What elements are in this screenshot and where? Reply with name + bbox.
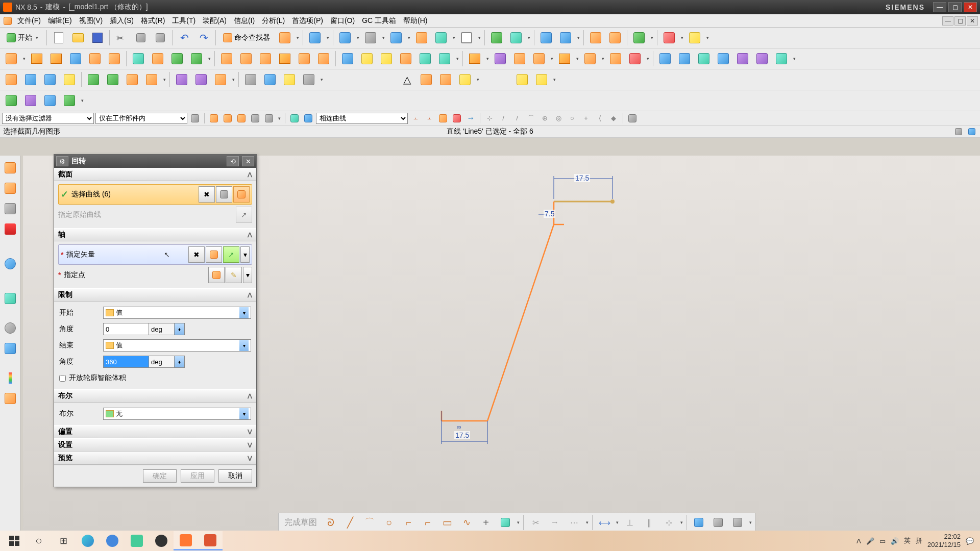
tb-btn-10[interactable] (507, 29, 525, 47)
feat-btn-32[interactable] (695, 49, 713, 68)
sk-fillet[interactable]: ⌐ (399, 513, 418, 532)
feat-btn-15[interactable] (314, 49, 333, 68)
feat-btn-23[interactable] (491, 49, 509, 68)
select-curve-row[interactable]: ✓ 选择曲线 (6) ✖ (58, 184, 252, 205)
vector-clear-button[interactable]: ✖ (188, 246, 205, 263)
menu-view[interactable]: 视图(V) (76, 15, 106, 27)
tb4-btn-1[interactable] (2, 91, 20, 110)
sk-extend[interactable]: → (546, 513, 564, 532)
tb3-btn-14[interactable] (280, 70, 299, 89)
tb3-btn-2[interactable] (21, 70, 40, 89)
rail-part-navigator[interactable] (2, 160, 18, 176)
tb3-btn-4[interactable] (60, 70, 79, 89)
tb-btn-8[interactable] (457, 29, 476, 47)
feat-btn-16[interactable] (338, 49, 357, 68)
tb3-btn-19[interactable] (456, 70, 474, 89)
snap-10[interactable]: ◆ (607, 112, 620, 124)
end-angle-input[interactable] (103, 356, 149, 368)
tray-ime1[interactable]: 英 (904, 536, 911, 545)
section-boolean-header[interactable]: 布尔ᐱ (54, 389, 256, 403)
ok-button[interactable]: 确定 (143, 469, 177, 483)
feat-btn-14[interactable] (295, 49, 313, 68)
feat-btn-10[interactable] (217, 49, 236, 68)
point-constructor-button[interactable]: ✎ (226, 267, 242, 283)
cut-button[interactable]: ✂ (112, 29, 131, 47)
tray-clock[interactable]: 22:02 2021/12/15 (927, 533, 961, 548)
feat-btn-12[interactable] (256, 49, 275, 68)
snap-2[interactable]: / (497, 112, 509, 124)
dialog-close-button[interactable]: ✕ (242, 156, 254, 166)
tb3-btn-12[interactable] (241, 70, 260, 89)
feat-btn-27[interactable] (581, 49, 599, 68)
tb-btn-9[interactable] (487, 29, 506, 47)
menu-insert[interactable]: 插入(S) (107, 15, 137, 27)
mdi-restore-button[interactable]: ▢ (954, 16, 966, 26)
sk-line[interactable]: ╱ (341, 513, 359, 532)
dropdown-icon[interactable]: ▾ (451, 35, 456, 40)
menu-window[interactable]: 窗口(O) (327, 15, 358, 27)
dropdown-icon[interactable]: ▾ (705, 35, 710, 40)
cancel-button[interactable]: 取消 (218, 469, 252, 483)
tb3-btn-16[interactable]: △ (398, 70, 416, 89)
feat-btn-34[interactable] (733, 49, 752, 68)
maximize-button[interactable]: ▢ (948, 2, 962, 12)
feat-btn-6[interactable] (129, 49, 148, 68)
dropdown-icon[interactable]: ▾ (80, 98, 85, 103)
start-angle-input[interactable] (103, 323, 149, 335)
menu-edit[interactable]: 编辑(E) (45, 15, 75, 27)
task-view-button[interactable]: ⊞ (51, 531, 76, 550)
dropdown-icon[interactable]: ▾ (792, 56, 797, 61)
menu-gctoolbox[interactable]: GC 工具箱 (359, 15, 399, 27)
dropdown-icon[interactable]: ▾ (207, 56, 212, 61)
rail-assembly-navigator[interactable] (2, 180, 18, 196)
sk-con3[interactable]: ⊹ (659, 513, 678, 532)
sk-more5[interactable] (728, 513, 747, 532)
snap-8[interactable]: + (580, 112, 592, 124)
sk-more4[interactable] (709, 513, 727, 532)
dropdown-icon[interactable]: ▾ (552, 77, 557, 82)
sketch-section-button[interactable]: ✖ (199, 186, 215, 203)
fb-6[interactable] (263, 112, 275, 124)
save-button[interactable] (88, 29, 107, 47)
tb3-btn-9[interactable] (173, 70, 191, 89)
tray-battery-icon[interactable]: ▭ (879, 537, 886, 545)
fb-2[interactable] (208, 112, 220, 124)
sk-dim[interactable]: ⟷ (595, 513, 614, 532)
section-limits-header[interactable]: 限制ᐱ (54, 288, 256, 302)
fb-11[interactable] (437, 112, 449, 124)
feat-btn-8[interactable] (168, 49, 186, 68)
menu-help[interactable]: 帮助(H) (400, 15, 430, 27)
snap-4[interactable]: ⌒ (525, 112, 537, 124)
tb3-btn-8[interactable] (142, 70, 161, 89)
fb-9[interactable]: ⫠ (409, 112, 422, 124)
start-angle-spin[interactable]: ♦ (175, 323, 185, 335)
dialog-reset-button[interactable]: ⟲ (227, 156, 239, 166)
section-section-header[interactable]: 截面ᐱ (54, 168, 256, 181)
scope-filter-select[interactable]: 仅在工作部件内 (95, 113, 187, 124)
rail-reuse-library[interactable] (2, 221, 18, 237)
command-finder-button[interactable]: 命令查找器 (218, 29, 275, 47)
dropdown-icon[interactable]: ▾ (526, 35, 531, 40)
dialog-options-button[interactable]: ⚙ (56, 156, 68, 166)
dropdown-icon[interactable]: ▾ (600, 56, 605, 61)
dropdown-icon[interactable]: ▾ (277, 116, 282, 121)
feat-btn-25[interactable] (530, 49, 548, 68)
snap-5[interactable]: ⊕ (538, 112, 551, 124)
section-preview-header[interactable]: 预览ᐯ (54, 452, 256, 465)
app-menu-icon[interactable] (2, 16, 13, 26)
dropdown-icon[interactable]: ▾ (584, 520, 590, 525)
fb-3[interactable] (222, 112, 234, 124)
dropdown-icon[interactable]: ▾ (325, 35, 330, 40)
end-type-select[interactable]: 值▾ (103, 339, 251, 352)
minimize-button[interactable]: — (933, 2, 946, 12)
feat-btn-20[interactable] (416, 49, 434, 68)
specify-vector-row[interactable]: * 指定矢量 ↖ ✖ ↗ ▾ (58, 244, 252, 265)
start-menu-button[interactable] (2, 531, 27, 550)
tb3-btn-15[interactable] (300, 70, 318, 89)
menu-assembly[interactable]: 装配(A) (200, 15, 230, 27)
feat-btn-11[interactable] (237, 49, 255, 68)
tb-btn-5[interactable] (387, 29, 405, 47)
feat-btn-26[interactable] (555, 49, 574, 68)
pr-btn-1[interactable] (952, 126, 965, 138)
feat-btn-31[interactable] (675, 49, 694, 68)
